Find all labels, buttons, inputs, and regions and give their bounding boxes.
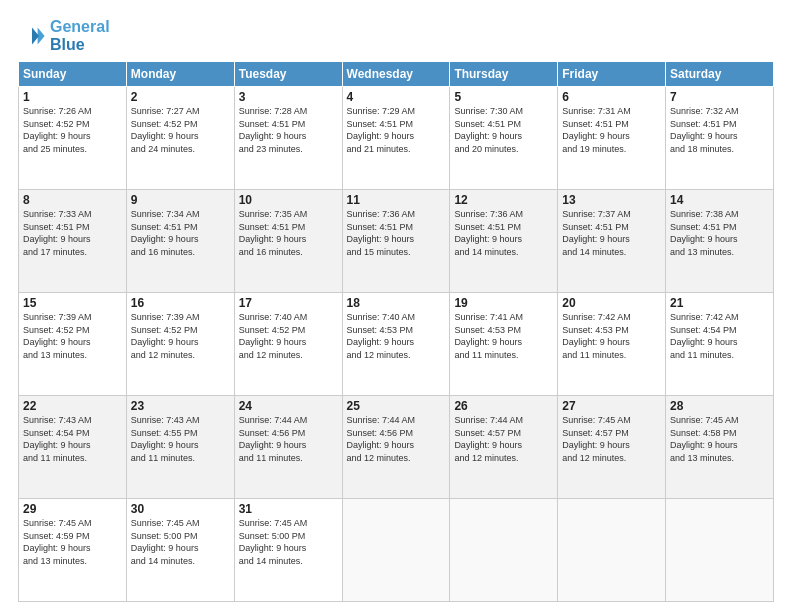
- day-info: Sunrise: 7:26 AMSunset: 4:52 PMDaylight:…: [23, 105, 122, 155]
- day-info: Sunrise: 7:45 AMSunset: 4:57 PMDaylight:…: [562, 414, 661, 464]
- day-number: 7: [670, 90, 769, 104]
- day-number: 4: [347, 90, 446, 104]
- day-cell: 19 Sunrise: 7:41 AMSunset: 4:53 PMDaylig…: [450, 293, 558, 396]
- calendar-table: SundayMondayTuesdayWednesdayThursdayFrid…: [18, 61, 774, 602]
- day-cell: 1 Sunrise: 7:26 AMSunset: 4:52 PMDayligh…: [19, 87, 127, 190]
- day-number: 12: [454, 193, 553, 207]
- day-cell: 3 Sunrise: 7:28 AMSunset: 4:51 PMDayligh…: [234, 87, 342, 190]
- header: General Blue: [18, 18, 774, 53]
- day-cell: 21 Sunrise: 7:42 AMSunset: 4:54 PMDaylig…: [666, 293, 774, 396]
- day-cell: 28 Sunrise: 7:45 AMSunset: 4:58 PMDaylig…: [666, 396, 774, 499]
- day-number: 13: [562, 193, 661, 207]
- day-cell: 23 Sunrise: 7:43 AMSunset: 4:55 PMDaylig…: [126, 396, 234, 499]
- day-info: Sunrise: 7:27 AMSunset: 4:52 PMDaylight:…: [131, 105, 230, 155]
- day-info: Sunrise: 7:28 AMSunset: 4:51 PMDaylight:…: [239, 105, 338, 155]
- day-cell: 2 Sunrise: 7:27 AMSunset: 4:52 PMDayligh…: [126, 87, 234, 190]
- day-info: Sunrise: 7:39 AMSunset: 4:52 PMDaylight:…: [131, 311, 230, 361]
- day-cell: 29 Sunrise: 7:45 AMSunset: 4:59 PMDaylig…: [19, 499, 127, 602]
- day-info: Sunrise: 7:44 AMSunset: 4:57 PMDaylight:…: [454, 414, 553, 464]
- day-cell: [558, 499, 666, 602]
- day-number: 3: [239, 90, 338, 104]
- day-info: Sunrise: 7:43 AMSunset: 4:55 PMDaylight:…: [131, 414, 230, 464]
- day-info: Sunrise: 7:31 AMSunset: 4:51 PMDaylight:…: [562, 105, 661, 155]
- week-row-2: 8 Sunrise: 7:33 AMSunset: 4:51 PMDayligh…: [19, 190, 774, 293]
- dow-saturday: Saturday: [666, 62, 774, 87]
- day-number: 9: [131, 193, 230, 207]
- day-info: Sunrise: 7:33 AMSunset: 4:51 PMDaylight:…: [23, 208, 122, 258]
- day-cell: 26 Sunrise: 7:44 AMSunset: 4:57 PMDaylig…: [450, 396, 558, 499]
- day-cell: [450, 499, 558, 602]
- day-cell: 6 Sunrise: 7:31 AMSunset: 4:51 PMDayligh…: [558, 87, 666, 190]
- dow-tuesday: Tuesday: [234, 62, 342, 87]
- week-row-3: 15 Sunrise: 7:39 AMSunset: 4:52 PMDaylig…: [19, 293, 774, 396]
- day-cell: 20 Sunrise: 7:42 AMSunset: 4:53 PMDaylig…: [558, 293, 666, 396]
- day-info: Sunrise: 7:35 AMSunset: 4:51 PMDaylight:…: [239, 208, 338, 258]
- day-info: Sunrise: 7:40 AMSunset: 4:52 PMDaylight:…: [239, 311, 338, 361]
- days-of-week-row: SundayMondayTuesdayWednesdayThursdayFrid…: [19, 62, 774, 87]
- day-info: Sunrise: 7:38 AMSunset: 4:51 PMDaylight:…: [670, 208, 769, 258]
- day-cell: 5 Sunrise: 7:30 AMSunset: 4:51 PMDayligh…: [450, 87, 558, 190]
- week-row-4: 22 Sunrise: 7:43 AMSunset: 4:54 PMDaylig…: [19, 396, 774, 499]
- dow-wednesday: Wednesday: [342, 62, 450, 87]
- day-number: 15: [23, 296, 122, 310]
- day-info: Sunrise: 7:45 AMSunset: 4:59 PMDaylight:…: [23, 517, 122, 567]
- day-number: 21: [670, 296, 769, 310]
- day-cell: 18 Sunrise: 7:40 AMSunset: 4:53 PMDaylig…: [342, 293, 450, 396]
- day-cell: 24 Sunrise: 7:44 AMSunset: 4:56 PMDaylig…: [234, 396, 342, 499]
- day-number: 18: [347, 296, 446, 310]
- day-cell: 27 Sunrise: 7:45 AMSunset: 4:57 PMDaylig…: [558, 396, 666, 499]
- day-number: 5: [454, 90, 553, 104]
- day-number: 22: [23, 399, 122, 413]
- day-number: 17: [239, 296, 338, 310]
- day-info: Sunrise: 7:37 AMSunset: 4:51 PMDaylight:…: [562, 208, 661, 258]
- day-info: Sunrise: 7:43 AMSunset: 4:54 PMDaylight:…: [23, 414, 122, 464]
- day-info: Sunrise: 7:40 AMSunset: 4:53 PMDaylight:…: [347, 311, 446, 361]
- week-row-5: 29 Sunrise: 7:45 AMSunset: 4:59 PMDaylig…: [19, 499, 774, 602]
- day-info: Sunrise: 7:29 AMSunset: 4:51 PMDaylight:…: [347, 105, 446, 155]
- day-cell: 25 Sunrise: 7:44 AMSunset: 4:56 PMDaylig…: [342, 396, 450, 499]
- day-cell: 4 Sunrise: 7:29 AMSunset: 4:51 PMDayligh…: [342, 87, 450, 190]
- logo-text: General Blue: [50, 18, 110, 53]
- day-info: Sunrise: 7:45 AMSunset: 4:58 PMDaylight:…: [670, 414, 769, 464]
- day-cell: 17 Sunrise: 7:40 AMSunset: 4:52 PMDaylig…: [234, 293, 342, 396]
- week-row-1: 1 Sunrise: 7:26 AMSunset: 4:52 PMDayligh…: [19, 87, 774, 190]
- day-number: 31: [239, 502, 338, 516]
- day-number: 11: [347, 193, 446, 207]
- day-info: Sunrise: 7:45 AMSunset: 5:00 PMDaylight:…: [239, 517, 338, 567]
- day-info: Sunrise: 7:44 AMSunset: 4:56 PMDaylight:…: [347, 414, 446, 464]
- day-info: Sunrise: 7:45 AMSunset: 5:00 PMDaylight:…: [131, 517, 230, 567]
- day-number: 30: [131, 502, 230, 516]
- day-number: 16: [131, 296, 230, 310]
- day-info: Sunrise: 7:39 AMSunset: 4:52 PMDaylight:…: [23, 311, 122, 361]
- day-cell: 8 Sunrise: 7:33 AMSunset: 4:51 PMDayligh…: [19, 190, 127, 293]
- day-cell: 15 Sunrise: 7:39 AMSunset: 4:52 PMDaylig…: [19, 293, 127, 396]
- dow-thursday: Thursday: [450, 62, 558, 87]
- day-number: 20: [562, 296, 661, 310]
- day-info: Sunrise: 7:34 AMSunset: 4:51 PMDaylight:…: [131, 208, 230, 258]
- day-number: 19: [454, 296, 553, 310]
- day-number: 28: [670, 399, 769, 413]
- day-cell: 14 Sunrise: 7:38 AMSunset: 4:51 PMDaylig…: [666, 190, 774, 293]
- day-number: 23: [131, 399, 230, 413]
- day-info: Sunrise: 7:42 AMSunset: 4:54 PMDaylight:…: [670, 311, 769, 361]
- day-cell: 10 Sunrise: 7:35 AMSunset: 4:51 PMDaylig…: [234, 190, 342, 293]
- day-info: Sunrise: 7:42 AMSunset: 4:53 PMDaylight:…: [562, 311, 661, 361]
- day-cell: 9 Sunrise: 7:34 AMSunset: 4:51 PMDayligh…: [126, 190, 234, 293]
- day-cell: 30 Sunrise: 7:45 AMSunset: 5:00 PMDaylig…: [126, 499, 234, 602]
- day-number: 6: [562, 90, 661, 104]
- day-info: Sunrise: 7:32 AMSunset: 4:51 PMDaylight:…: [670, 105, 769, 155]
- dow-monday: Monday: [126, 62, 234, 87]
- day-info: Sunrise: 7:30 AMSunset: 4:51 PMDaylight:…: [454, 105, 553, 155]
- day-number: 1: [23, 90, 122, 104]
- page: General Blue SundayMondayTuesdayWednesda…: [0, 0, 792, 612]
- day-info: Sunrise: 7:44 AMSunset: 4:56 PMDaylight:…: [239, 414, 338, 464]
- calendar-body: 1 Sunrise: 7:26 AMSunset: 4:52 PMDayligh…: [19, 87, 774, 602]
- day-cell: [666, 499, 774, 602]
- day-number: 14: [670, 193, 769, 207]
- day-cell: 13 Sunrise: 7:37 AMSunset: 4:51 PMDaylig…: [558, 190, 666, 293]
- day-number: 10: [239, 193, 338, 207]
- logo: General Blue: [18, 18, 110, 53]
- logo-icon: [18, 22, 46, 50]
- dow-friday: Friday: [558, 62, 666, 87]
- day-cell: 7 Sunrise: 7:32 AMSunset: 4:51 PMDayligh…: [666, 87, 774, 190]
